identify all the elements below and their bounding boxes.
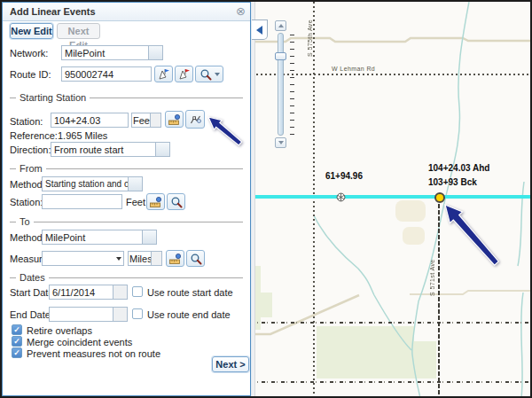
panel-title: Add Linear Events — [10, 6, 96, 17]
end-date-value — [50, 308, 113, 321]
end-date-label: End Date: — [10, 309, 53, 320]
retire-overlaps-label: Retire overlaps — [27, 325, 92, 336]
measure-station-button[interactable] — [165, 111, 184, 128]
road-south-2 — [252, 381, 532, 383]
measure-unit-value: Miles — [129, 252, 151, 265]
to-measure-button[interactable] — [166, 250, 184, 267]
app-window: Add Linear Events ⊗ New Edit Next Edit N… — [0, 0, 532, 398]
from-section-header: From — [10, 163, 243, 174]
station-label-ahead: 104+24.03 Ahd — [428, 163, 489, 173]
measure-unit-select[interactable]: Miles — [128, 251, 162, 266]
to-method-dropdown-icon[interactable] — [142, 230, 156, 244]
dates-section-header: Dates — [10, 272, 243, 283]
use-route-end-date-checkbox[interactable] — [132, 308, 143, 319]
from-method-select[interactable]: Starting station and offset — [42, 176, 143, 191]
select-route-on-map-button[interactable] — [154, 66, 173, 82]
zoom-out-button[interactable] — [275, 137, 286, 148]
to-method-label: Method: — [10, 232, 45, 243]
pick-station-on-map-button[interactable] — [185, 110, 205, 129]
prevent-measures-checkbox[interactable]: ✓ — [12, 347, 22, 358]
merge-coincident-events-checkbox[interactable]: ✓ — [12, 336, 22, 347]
from-search-button[interactable] — [167, 193, 185, 210]
measure-input[interactable] — [42, 251, 124, 266]
zoom-in-button[interactable] — [275, 20, 286, 31]
network-dropdown-icon[interactable] — [148, 46, 162, 59]
from-measure-button[interactable] — [146, 193, 165, 210]
direction-label: Direction: — [10, 144, 51, 155]
to-method-value: MilePoint — [43, 230, 142, 244]
zoom-slider-handle[interactable] — [275, 52, 286, 60]
start-date-select[interactable]: 6/11/2014 — [49, 285, 128, 300]
retire-overlaps-checkbox[interactable]: ✓ — [12, 324, 22, 335]
use-route-start-date-checkbox[interactable] — [132, 286, 143, 297]
route-id-input[interactable]: 950002744 — [61, 66, 152, 82]
road-label-w-lehman: W Lehman Rd — [332, 66, 375, 72]
measure-dropdown-icon[interactable] — [116, 257, 121, 261]
measure-tool-icon — [149, 196, 162, 208]
to-section-label: To — [20, 216, 30, 227]
road-south-1 — [252, 322, 532, 324]
zoom-slider-ticks — [290, 35, 294, 135]
prevent-measures-label: Prevent measures not on route — [27, 348, 160, 359]
station-unit-value: Feet — [132, 113, 150, 127]
next-edit-button[interactable]: Next Edit — [57, 23, 100, 39]
road-label-s-575th: S 575th Ave — [307, 5, 313, 57]
from-section-label: From — [20, 163, 43, 174]
direction-value: From route start — [51, 143, 155, 156]
station-input[interactable]: 104+24.03 — [51, 113, 129, 128]
network-label: Network: — [10, 48, 48, 59]
map-canvas[interactable]: W Lehman Rd S 575th Ave S 571st Ave 61+9… — [252, 2, 532, 396]
reference-marker-icon — [336, 192, 346, 202]
station-unit-dropdown-icon — [150, 113, 160, 127]
start-date-value: 6/11/2014 — [50, 285, 113, 299]
road-s-575th — [313, 2, 315, 396]
to-section-header: To — [10, 216, 243, 227]
road-label-s-571st: S 571st Ave — [429, 243, 435, 296]
magnifier-icon — [190, 253, 202, 265]
to-search-button[interactable] — [186, 250, 205, 267]
magnifier-icon — [200, 68, 212, 81]
measure-unit-dropdown-icon — [151, 252, 161, 265]
cursor-blue-flag-icon — [157, 67, 170, 81]
start-date-dropdown-icon — [113, 285, 127, 299]
station-unit-select[interactable]: Feet — [131, 113, 161, 128]
callout-arrow-panel — [206, 114, 245, 150]
network-select[interactable]: MilePoint — [61, 45, 163, 60]
direction-select[interactable]: From route start — [51, 142, 170, 157]
from-method-label: Method: — [10, 179, 45, 190]
zoom-slider-track[interactable] — [278, 33, 284, 136]
route-node-icon — [189, 113, 202, 126]
from-station-unit: Feet — [126, 197, 145, 207]
from-method-value: Starting station and offset — [43, 177, 128, 191]
callout-arrow-map — [442, 202, 503, 269]
cursor-red-flag-icon — [177, 67, 191, 81]
end-date-select[interactable] — [49, 307, 128, 322]
route-search-split-button[interactable] — [195, 66, 223, 82]
route-id-label: Route ID: — [10, 69, 51, 80]
dates-section-label: Dates — [20, 272, 45, 283]
station-label-left: 61+94.96 — [325, 171, 363, 181]
next-button[interactable]: Next > — [212, 356, 249, 372]
starting-station-section-label: Starting Station — [20, 92, 86, 103]
reference-value: 1.965 Miles — [58, 130, 107, 141]
from-station-label: Station: — [10, 197, 43, 207]
merge-coincident-events-label: Merge coincident events — [27, 337, 132, 347]
new-edit-button[interactable]: New Edit — [10, 23, 53, 39]
collapse-panel-tab[interactable] — [252, 20, 268, 40]
panel-header: Add Linear Events ⊗ — [3, 3, 250, 21]
close-icon[interactable]: ⊗ — [236, 4, 246, 18]
to-method-select[interactable]: MilePoint — [42, 230, 157, 245]
from-method-dropdown-icon[interactable] — [128, 177, 142, 191]
from-station-input[interactable] — [42, 194, 122, 209]
network-value: MilePoint — [62, 46, 148, 59]
use-route-start-date-label: Use route start date — [147, 287, 233, 298]
direction-dropdown-icon[interactable] — [155, 143, 169, 156]
starting-station-section-header: Starting Station — [10, 92, 243, 103]
reference-label: Reference: — [10, 130, 58, 141]
road-s-571st — [438, 198, 440, 396]
clear-route-selection-button[interactable] — [175, 66, 193, 82]
station-label: Station: — [10, 116, 43, 127]
magnifier-icon — [170, 196, 183, 208]
measure-tool-icon — [168, 253, 182, 265]
highlighted-route-line — [252, 195, 532, 199]
